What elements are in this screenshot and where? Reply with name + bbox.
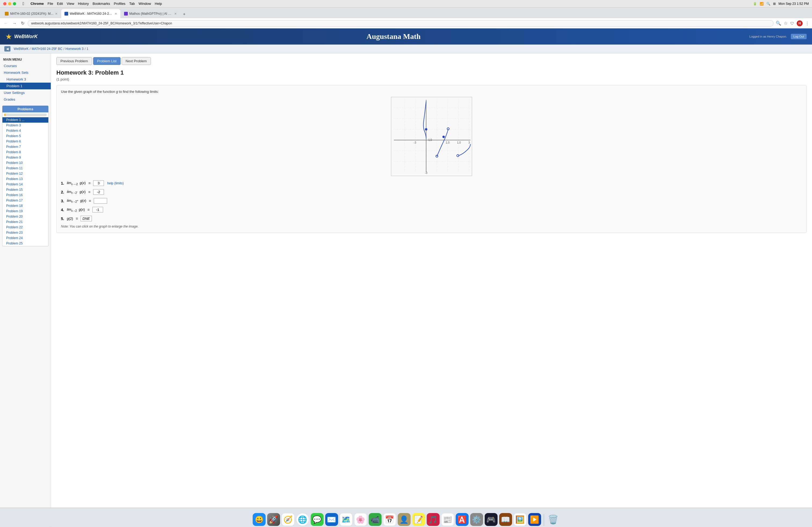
dock-photos[interactable]: 🌸 bbox=[354, 513, 367, 526]
problem-list-item-6[interactable]: Problem 6 bbox=[2, 139, 48, 144]
dock-messages[interactable]: 💬 bbox=[311, 513, 323, 526]
problem-list-item-17[interactable]: Problem 17 bbox=[2, 198, 48, 203]
launchpad-icon: 🚀 bbox=[269, 515, 278, 524]
problem-list-item-15[interactable]: Problem 15 bbox=[2, 187, 48, 192]
dock-facetime[interactable]: 📹 bbox=[369, 513, 381, 526]
graph-container[interactable]: -3 1,0 1,0 3 1,0 bbox=[61, 97, 802, 176]
problem-list-item-18[interactable]: Problem 18 bbox=[2, 203, 48, 209]
problem-list-item-16[interactable]: Problem 16 bbox=[2, 192, 48, 198]
sidebar-item-grades[interactable]: Grades bbox=[0, 96, 51, 103]
address-input[interactable] bbox=[28, 20, 773, 27]
progress-bar-fill bbox=[4, 114, 6, 116]
problem-list-item-13[interactable]: Problem 13 bbox=[2, 176, 48, 182]
breadcrumb-course[interactable]: MATH160 24-25F BC bbox=[32, 47, 62, 51]
sidebar-item-user-settings[interactable]: User Settings bbox=[0, 89, 51, 96]
extensions-icon[interactable]: ⋮ bbox=[805, 21, 809, 26]
problem-list-item-4[interactable]: Problem 4 bbox=[2, 128, 48, 133]
forward-button[interactable]: → bbox=[11, 20, 18, 26]
dock-launchpad[interactable]: 🚀 bbox=[267, 513, 280, 526]
graph-svg[interactable]: -3 1,0 1,0 3 1,0 bbox=[391, 97, 472, 176]
problem-list-item-10[interactable]: Problem 10 bbox=[2, 160, 48, 166]
menu-help[interactable]: Help bbox=[155, 2, 162, 6]
sidebar-item-homework-sets[interactable]: Homework Sets bbox=[0, 69, 51, 76]
limit-question-2: 2. limx→2- g(x) = -2 bbox=[61, 189, 802, 195]
dock-mail[interactable]: ✉️ bbox=[325, 513, 338, 526]
dock-contacts[interactable]: 👤 bbox=[398, 513, 410, 526]
apple-icon[interactable]:  bbox=[23, 1, 24, 6]
tab-1-close[interactable]: ✕ bbox=[55, 12, 57, 16]
sidebar-item-problem1[interactable]: Problem 1 bbox=[0, 82, 51, 89]
menu-tab[interactable]: Tab bbox=[129, 2, 135, 6]
problem-list-item-24[interactable]: Problem 24 bbox=[2, 235, 48, 241]
tab-2-close[interactable]: ✕ bbox=[115, 12, 117, 16]
problem-list-item-7[interactable]: Problem 7 bbox=[2, 144, 48, 149]
problem-list-item-8[interactable]: Problem 8 bbox=[2, 149, 48, 155]
dock-finder[interactable]: 😀 bbox=[253, 513, 265, 526]
dock-trash[interactable]: 🗑️ bbox=[547, 513, 560, 526]
breadcrumb-homework[interactable]: Homework 3 bbox=[66, 47, 84, 51]
dock-calendar[interactable]: 📅 bbox=[383, 513, 396, 526]
logout-button[interactable]: Log Out bbox=[791, 34, 807, 39]
problem-list-item-23[interactable]: Problem 23 bbox=[2, 230, 48, 235]
menu-chrome[interactable]: Chrome bbox=[31, 2, 44, 6]
tab-3[interactable]: Mathos (MathGPTPro) | AI M... ✕ bbox=[121, 9, 180, 18]
back-button[interactable]: ← bbox=[3, 20, 9, 26]
sidebar-item-courses[interactable]: Courses bbox=[0, 62, 51, 69]
problem-list-item-9[interactable]: Problem 9 bbox=[2, 155, 48, 160]
maximize-button[interactable] bbox=[13, 2, 16, 5]
tab-2[interactable]: WeBWorK : MATH160 24-25... ✕ bbox=[61, 9, 120, 18]
sidebar-item-homework3[interactable]: Homework 3 bbox=[0, 76, 51, 82]
problem-list-item-20[interactable]: Problem 20 bbox=[2, 214, 48, 219]
dock-quicktime[interactable]: ▶️ bbox=[528, 513, 541, 526]
dock-safari[interactable]: 🧭 bbox=[282, 513, 294, 526]
menu-edit[interactable]: Edit bbox=[57, 2, 63, 6]
problem-list-item-11[interactable]: Problem 11 bbox=[2, 166, 48, 171]
next-problem-button[interactable]: Next Problem bbox=[122, 57, 151, 65]
profile-avatar[interactable]: H bbox=[797, 20, 802, 26]
dock-notes[interactable]: 📝 bbox=[412, 513, 425, 526]
problem-list-item-22[interactable]: Problem 22 bbox=[2, 225, 48, 230]
facetime-icon: 📹 bbox=[370, 515, 380, 524]
problem-list-item-12[interactable]: Problem 12 bbox=[2, 171, 48, 176]
problem-list-item-14[interactable]: Problem 14 bbox=[2, 182, 48, 187]
problem-list-button[interactable]: Problem List bbox=[93, 57, 120, 65]
search-icon[interactable]: 🔍 bbox=[766, 2, 770, 6]
dock-settings[interactable]: ⚙️ bbox=[470, 513, 483, 526]
bookmark-star-icon[interactable]: ☆ bbox=[784, 21, 787, 26]
menu-file[interactable]: File bbox=[47, 2, 53, 6]
shield-icon[interactable]: 🛡 bbox=[790, 21, 794, 26]
back-breadcrumb-button[interactable]: ◀ bbox=[4, 46, 11, 51]
dock-preview[interactable]: 🖼️ bbox=[514, 513, 526, 526]
problem-list-item-25[interactable]: Problem 25 bbox=[2, 241, 48, 246]
q3-answer-input[interactable] bbox=[94, 198, 107, 204]
zoom-icon[interactable]: 🔍 bbox=[776, 21, 781, 26]
problem-list-item-3[interactable]: Problem 3 bbox=[2, 123, 48, 128]
menu-window[interactable]: Window bbox=[139, 2, 151, 6]
dock-music[interactable]: 🎵 bbox=[427, 513, 439, 526]
breadcrumb-webwork[interactable]: WeBWorK bbox=[14, 47, 29, 51]
q1-help-link[interactable]: help (limits) bbox=[107, 181, 124, 185]
problem-list-item-5[interactable]: Problem 5 bbox=[2, 133, 48, 139]
problem-list-item-1[interactable]: Problem 1 ... bbox=[2, 117, 48, 123]
previous-problem-button[interactable]: Previous Problem bbox=[56, 57, 92, 65]
problem-list-item-19[interactable]: Problem 19 bbox=[2, 209, 48, 214]
controlcenter-icon[interactable]: ⊞ bbox=[773, 2, 776, 6]
tab-3-close[interactable]: ✕ bbox=[174, 12, 177, 16]
problem-list-item-21[interactable]: Problem 21 bbox=[2, 219, 48, 225]
dock-dictionary[interactable]: 📖 bbox=[499, 513, 512, 526]
close-button[interactable] bbox=[3, 2, 6, 5]
menu-view[interactable]: View bbox=[67, 2, 74, 6]
minimize-button[interactable] bbox=[8, 2, 11, 5]
new-tab-button[interactable]: + bbox=[180, 10, 188, 18]
dock-appstore[interactable]: 🅰️ bbox=[456, 513, 468, 526]
menu-profiles[interactable]: Profiles bbox=[114, 2, 126, 6]
reload-button[interactable]: ↻ bbox=[20, 20, 26, 26]
graph-svg-element: -3 1,0 1,0 3 1,0 bbox=[391, 97, 472, 175]
menu-history[interactable]: History bbox=[78, 2, 89, 6]
dock-chrome[interactable]: 🌐 bbox=[296, 513, 309, 526]
dock-steam[interactable]: 🎮 bbox=[485, 513, 497, 526]
dock-news[interactable]: 📰 bbox=[441, 513, 454, 526]
menu-bookmarks[interactable]: Bookmarks bbox=[93, 2, 110, 6]
tab-1[interactable]: MATH-160-02 (20241FA): M... ✕ bbox=[2, 9, 61, 18]
dock-maps[interactable]: 🗺️ bbox=[340, 513, 352, 526]
